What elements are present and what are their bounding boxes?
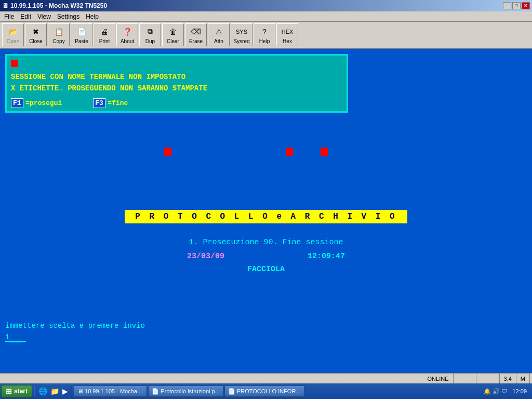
ie-icon[interactable]: 🌐	[37, 387, 48, 395]
close-button[interactable]: ✕	[522, 2, 530, 9]
windows-logo: ⊞	[6, 387, 12, 395]
help-icon: ?	[259, 26, 270, 37]
toolbar: 📂 Open ✖ Close 📋 Copy 📄 Paste 🖨 Print ❓ …	[0, 22, 532, 49]
systray-icon-3: 🛡	[501, 388, 507, 394]
quick-launch: 🌐 📁 ▶	[37, 387, 69, 395]
taskbar-item-3[interactable]: 📄 PROTOCOLLO INFOR...	[224, 385, 304, 397]
menu-view[interactable]: View	[34, 12, 54, 21]
hex-label: Hex	[283, 38, 292, 44]
menu-settings[interactable]: Settings	[54, 12, 83, 21]
indicator-2	[286, 148, 293, 156]
taskbar-label-3: PROTOCOLLO INFOR...	[237, 388, 301, 394]
dialog-box: SESSIONE CON NOME TERMNALE NON IMPOSTATO…	[5, 54, 348, 113]
toolbar-clear[interactable]: 🗑 Clear	[162, 23, 184, 46]
start-label: start	[14, 388, 28, 395]
toolbar-close[interactable]: ✖ Close	[25, 23, 47, 46]
minimize-button[interactable]: ─	[503, 2, 511, 9]
menubar: File Edit View Settings Help	[0, 11, 532, 22]
username: FACCIOLA	[0, 265, 532, 274]
start-button[interactable]: ⊞ start	[1, 385, 32, 397]
attn-label: Attn	[214, 38, 223, 44]
f1-key: F1	[11, 98, 23, 108]
taskbar-item-2[interactable]: 📄 Protocollo istruzioni p...	[148, 385, 223, 397]
clock: 12:09	[510, 388, 529, 394]
open-label: Open	[7, 38, 19, 44]
help-label: Help	[259, 38, 270, 44]
paste-icon: 📄	[76, 26, 87, 37]
taskbar: ⊞ start 🌐 📁 ▶ 🖥 10.99.1.105 - Mocha ... …	[0, 383, 532, 399]
dialog-indicator	[11, 60, 18, 67]
app-icon: 🖥	[2, 2, 8, 9]
print-label: Print	[99, 38, 110, 44]
sysreq-icon: SYS	[236, 26, 247, 37]
toolbar-sysreq[interactable]: SYS Sysreq	[231, 23, 252, 46]
media-icon[interactable]: ▶	[61, 387, 69, 395]
window-title: 10.99.1.105 - Mocha W32 TN5250	[10, 2, 107, 9]
toolbar-erase[interactable]: ⌫ Erase	[185, 23, 207, 46]
toolbar-about[interactable]: ❓ About	[116, 23, 138, 46]
toolbar-attn[interactable]: ⚠ Attn	[208, 23, 230, 46]
screen-content: P R O T O C O L L O e A R C H I V I O 1.…	[0, 210, 532, 274]
toolbar-help[interactable]: ? Help	[254, 23, 275, 46]
erase-label: Erase	[189, 38, 203, 44]
clear-label: Clear	[167, 38, 179, 44]
dup-label: Dup	[145, 38, 155, 44]
f1-shortcut: F1 =prosegui	[11, 98, 62, 107]
toolbar-hex[interactable]: HEX Hex	[276, 23, 298, 46]
f1-label: =prosegui	[25, 99, 62, 107]
titlebar-controls: ─ □ ✕	[503, 2, 530, 9]
menu-line: 1. Prosecuzione 90. Fine sessione	[0, 238, 532, 247]
coords-display: 3,4	[500, 374, 516, 383]
online-status: ONLINE	[423, 374, 454, 383]
maximize-button[interactable]: □	[512, 2, 521, 9]
status-empty2	[476, 374, 500, 383]
titlebar-left: 🖥 10.99.1.105 - Mocha W32 TN5250	[2, 2, 107, 9]
toolbar-dup[interactable]: ⧉ Dup	[139, 23, 161, 46]
input-row: 1___	[5, 332, 145, 342]
toolbar-open[interactable]: 📂 Open	[2, 23, 24, 46]
input-area: immettere scelta e premere invio 1___	[5, 322, 145, 342]
toolbar-copy[interactable]: 📋 Copy	[48, 23, 70, 46]
input-value[interactable]: 1___	[5, 333, 26, 342]
toolbar-print[interactable]: 🖨 Print	[94, 23, 115, 46]
sysreq-label: Sysreq	[233, 38, 249, 44]
taskbar-right: 🔔 🔊 🛡 12:09	[482, 388, 531, 395]
taskbar-icon-1: 🖥	[77, 388, 83, 394]
taskbar-icon-2: 📄	[152, 388, 159, 395]
about-label: About	[121, 38, 134, 44]
f3-key: F3	[93, 98, 105, 108]
banner-text: P R O T O C O L L O e A R C H I V I O	[125, 210, 407, 223]
taskbar-item-1[interactable]: 🖥 10.99.1.105 - Mocha ...	[74, 385, 147, 397]
copy-label: Copy	[52, 38, 64, 44]
f3-label: =fine	[108, 99, 128, 107]
date-value: 23/03/09	[187, 252, 224, 261]
hex-icon: HEX	[282, 26, 293, 37]
dialog-shortcuts: F1 =prosegui F3 =fine	[11, 98, 342, 107]
toolbar-paste[interactable]: 📄 Paste	[71, 23, 92, 46]
terminal-screen: SESSIONE CON NOME TERMNALE NON IMPOSTATO…	[0, 49, 532, 373]
dialog-line2: X ETICHETTE. PROSEGUENDO NON SARANNO STA…	[11, 83, 342, 94]
menu-options: 1. Prosecuzione 90. Fine sessione	[0, 238, 532, 247]
close-icon: ✖	[30, 26, 42, 37]
systray: 🔔 🔊 🛡	[482, 388, 509, 395]
dialog-line1: SESSIONE CON NOME TERMNALE NON IMPOSTATO	[11, 71, 342, 83]
mode-display: M	[516, 374, 530, 383]
status-empty1	[454, 374, 477, 383]
paste-label: Paste	[75, 38, 88, 44]
dup-icon: ⧉	[144, 26, 156, 37]
statusbar: ONLINE 3,4 M	[0, 373, 532, 383]
menu-file[interactable]: File	[1, 12, 17, 21]
title-banner: P R O T O C O L L O e A R C H I V I O	[0, 210, 532, 231]
print-icon: 🖨	[99, 26, 110, 37]
input-prompt: immettere scelta e premere invio	[5, 322, 145, 330]
clear-icon: 🗑	[167, 26, 179, 37]
f3-shortcut: F3 =fine	[93, 98, 128, 107]
erase-icon: ⌫	[190, 26, 202, 37]
time-value: 12:09:47	[308, 252, 345, 261]
menu-edit[interactable]: Edit	[17, 12, 34, 21]
menu-help[interactable]: Help	[83, 12, 102, 21]
folder-icon[interactable]: 📁	[49, 387, 60, 395]
taskbar-label-1: 10.99.1.105 - Mocha ...	[85, 388, 143, 394]
taskbar-label-2: Protocollo istruzioni p...	[161, 388, 220, 394]
date-time-line: 23/03/09 12:09:47	[0, 252, 532, 261]
